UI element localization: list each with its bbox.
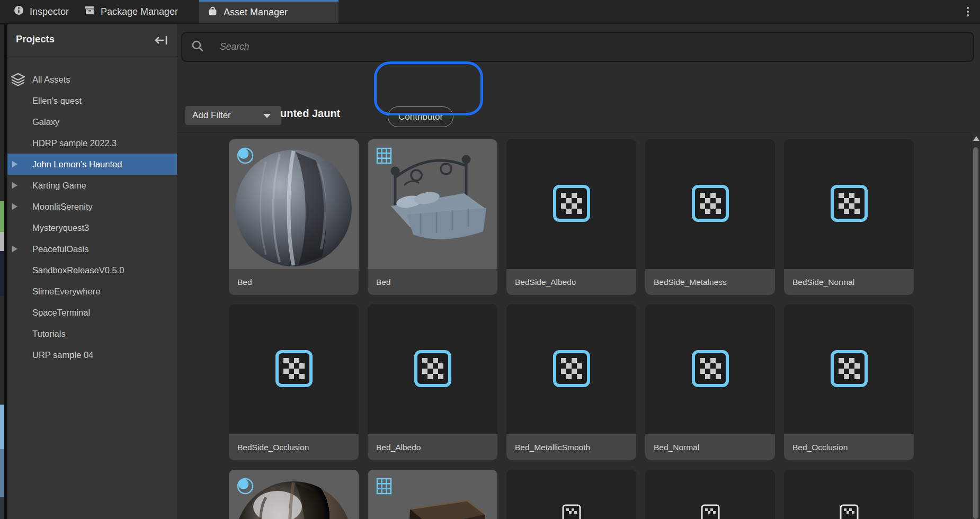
texture-checker-icon xyxy=(691,184,729,225)
kebab-menu-icon[interactable] xyxy=(959,0,977,23)
chevron-right-icon[interactable] xyxy=(12,203,17,210)
texture-checker-icon xyxy=(830,350,868,390)
sidebar-item-project[interactable]: Ellen's quest xyxy=(7,90,177,111)
search-placeholder: Search xyxy=(220,41,249,52)
asset-card[interactable]: Bed_Albedo xyxy=(368,305,497,460)
project-list: All Assets Ellen's quest Galaxy HDRP sam… xyxy=(7,69,177,365)
texture-checker-icon xyxy=(275,350,313,390)
tab-package-manager[interactable]: Package Manager xyxy=(79,0,192,23)
asset-manager-content: Search John Lemon’s Haunted Jaunt Contri… xyxy=(177,24,980,519)
tab-inspector[interactable]: Inspector xyxy=(6,0,79,23)
texture-checker-icon xyxy=(553,350,591,390)
material-sphere-icon xyxy=(236,147,254,167)
sidebar-header: Projects xyxy=(7,24,177,58)
sidebar-item-project[interactable]: HDRP sample 2022.3 xyxy=(7,132,177,154)
asset-card[interactable] xyxy=(506,470,636,519)
sidebar-item-project[interactable]: PeacefulOasis xyxy=(7,238,177,260)
asset-name: Bed_MetallicSmooth xyxy=(506,434,636,460)
asset-manager-window: Inspector Package Manager Asset Manager xyxy=(0,0,980,519)
search-input[interactable]: Search xyxy=(181,32,974,62)
asset-card[interactable]: Bed_MetallicSmooth xyxy=(506,305,636,460)
search-icon xyxy=(191,40,204,55)
briefcase-icon xyxy=(208,6,218,19)
asset-name: Bed_Normal xyxy=(645,434,775,460)
texture-checker-icon xyxy=(562,504,581,519)
texture-checker-icon xyxy=(553,184,591,225)
add-filter-button[interactable]: Add Filter xyxy=(185,106,281,125)
asset-name: Bed xyxy=(229,269,359,295)
tab-label: Inspector xyxy=(30,6,69,17)
sidebar-item-project[interactable]: URP sample 04 xyxy=(7,344,177,365)
window-tab-bar: Inspector Package Manager Asset Manager xyxy=(0,0,980,24)
asset-card[interactable]: BedSide_Albedo xyxy=(506,139,636,295)
asset-name: Bed_Occlusion xyxy=(784,434,914,460)
mesh-grid-icon xyxy=(375,477,393,497)
info-icon xyxy=(14,5,24,18)
projects-sidebar: Projects All Assets Ellen's quest Galaxy… xyxy=(4,24,177,519)
sidebar-item-project[interactable]: SpaceTerminal xyxy=(7,302,177,323)
sidebar-item-all-assets[interactable]: All Assets xyxy=(7,69,177,90)
sidebar-item-project[interactable]: Galaxy xyxy=(7,111,177,132)
material-sphere-icon xyxy=(236,477,254,497)
texture-checker-icon xyxy=(830,184,868,225)
background-peek-strip xyxy=(0,24,4,519)
collapse-panel-icon[interactable] xyxy=(154,35,168,48)
asset-name: Bed xyxy=(368,269,497,295)
tab-label: Package Manager xyxy=(101,6,178,17)
asset-card[interactable]: Bed xyxy=(229,139,359,295)
sidebar-item-project[interactable]: SlimeEverywhere xyxy=(7,281,177,302)
chevron-right-icon[interactable] xyxy=(12,161,17,167)
vertical-scrollbar[interactable] xyxy=(971,132,980,519)
sidebar-title: Projects xyxy=(16,33,55,45)
asset-card[interactable] xyxy=(784,470,914,519)
tab-asset-manager[interactable]: Asset Manager xyxy=(199,0,338,23)
sidebar-item-project[interactable]: Tutorials xyxy=(7,323,177,344)
asset-card[interactable] xyxy=(229,470,359,519)
texture-checker-icon xyxy=(414,350,452,390)
asset-name: Bed_Albedo xyxy=(368,434,497,460)
asset-name: BedSide_Albedo xyxy=(506,269,636,295)
asset-card[interactable]: BedSide_Metalness xyxy=(645,139,775,295)
role-badge: Contributor xyxy=(388,106,453,127)
asset-card[interactable] xyxy=(645,470,775,519)
texture-checker-icon xyxy=(691,350,729,390)
tab-label: Asset Manager xyxy=(224,7,288,18)
asset-card[interactable]: Bed_Normal xyxy=(645,305,775,460)
sidebar-item-project[interactable]: Mysteryquest3 xyxy=(7,217,177,238)
scroll-area-divider xyxy=(177,132,980,133)
asset-card[interactable]: BedSide_Occlusion xyxy=(229,305,359,460)
package-icon xyxy=(85,5,95,18)
sidebar-item-project[interactable]: MoonlitSerenity xyxy=(7,196,177,217)
chevron-right-icon[interactable] xyxy=(12,182,17,189)
asset-name: BedSide_Occlusion xyxy=(229,434,359,460)
scroll-up-icon[interactable] xyxy=(973,136,979,141)
asset-card[interactable]: Bed_Occlusion xyxy=(784,305,914,460)
asset-card[interactable]: BedSide_Normal xyxy=(784,139,914,295)
scrollbar-thumb[interactable] xyxy=(973,147,978,519)
chevron-right-icon[interactable] xyxy=(12,246,17,252)
caret-down-icon xyxy=(263,114,271,118)
asset-card[interactable]: Bed xyxy=(368,139,497,295)
sidebar-item-project[interactable]: Karting Game xyxy=(7,175,177,196)
asset-name: BedSide_Normal xyxy=(784,269,914,295)
mesh-grid-icon xyxy=(375,147,393,167)
layers-icon xyxy=(11,73,25,88)
asset-grid: Bed xyxy=(229,139,914,519)
asset-name: BedSide_Metalness xyxy=(645,269,775,295)
asset-card[interactable] xyxy=(368,470,497,519)
sidebar-item-project[interactable]: SandboxReleaseV0.5.0 xyxy=(7,260,177,281)
texture-checker-icon xyxy=(701,504,720,519)
texture-checker-icon xyxy=(840,504,859,519)
sidebar-item-project-selected[interactable]: John Lemon’s Haunted xyxy=(7,154,177,175)
